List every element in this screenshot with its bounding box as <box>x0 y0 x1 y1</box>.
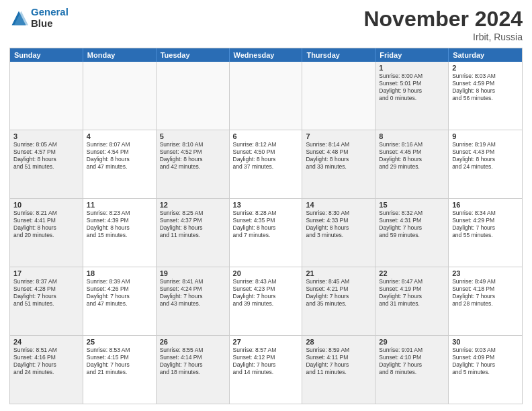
day-number: 30 <box>452 338 519 346</box>
week-row-2: 10Sunrise: 8:21 AM Sunset: 4:41 PM Dayli… <box>10 198 522 267</box>
logo-text-line1: General <box>31 7 69 18</box>
day-number: 14 <box>306 201 371 209</box>
cell-4-6: 30Sunrise: 9:03 AM Sunset: 4:09 PM Dayli… <box>449 336 522 404</box>
cell-info: Sunrise: 8:30 AM Sunset: 4:33 PM Dayligh… <box>306 210 371 239</box>
cell-info: Sunrise: 8:05 AM Sunset: 4:57 PM Dayligh… <box>13 141 79 171</box>
cell-2-4: 14Sunrise: 8:30 AM Sunset: 4:33 PM Dayli… <box>302 199 375 267</box>
cell-info: Sunrise: 8:16 AM Sunset: 4:45 PM Dayligh… <box>379 141 445 171</box>
day-number: 23 <box>452 269 519 277</box>
calendar-body: 1Sunrise: 8:00 AM Sunset: 5:01 PM Daylig… <box>10 62 522 404</box>
header-friday: Friday <box>375 48 449 62</box>
logo-text-line2: Blue <box>31 18 69 30</box>
cell-info: Sunrise: 8:00 AM Sunset: 5:01 PM Dayligh… <box>379 73 445 102</box>
cell-1-5: 8Sunrise: 8:16 AM Sunset: 4:45 PM Daylig… <box>375 130 449 198</box>
cell-info: Sunrise: 8:28 AM Sunset: 4:35 PM Dayligh… <box>233 210 299 239</box>
cell-4-5: 29Sunrise: 9:01 AM Sunset: 4:10 PM Dayli… <box>375 336 449 404</box>
location: Irbit, Russia <box>363 32 523 42</box>
cell-info: Sunrise: 8:43 AM Sunset: 4:23 PM Dayligh… <box>233 278 299 308</box>
day-number: 18 <box>87 269 152 277</box>
header-thursday: Thursday <box>302 48 375 62</box>
cell-info: Sunrise: 8:21 AM Sunset: 4:41 PM Dayligh… <box>13 210 79 239</box>
cell-info: Sunrise: 8:32 AM Sunset: 4:31 PM Dayligh… <box>379 210 445 239</box>
cell-3-6: 23Sunrise: 8:49 AM Sunset: 4:18 PM Dayli… <box>449 267 522 335</box>
cell-4-3: 27Sunrise: 8:57 AM Sunset: 4:12 PM Dayli… <box>230 336 303 404</box>
cell-info: Sunrise: 8:25 AM Sunset: 4:37 PM Dayligh… <box>160 210 226 239</box>
cell-1-6: 9Sunrise: 8:19 AM Sunset: 4:43 PM Daylig… <box>449 130 522 198</box>
cell-info: Sunrise: 8:39 AM Sunset: 4:26 PM Dayligh… <box>87 278 152 308</box>
day-number: 17 <box>13 269 79 277</box>
cell-info: Sunrise: 8:12 AM Sunset: 4:50 PM Dayligh… <box>233 141 299 171</box>
calendar: Sunday Monday Tuesday Wednesday Thursday… <box>9 48 523 404</box>
day-number: 22 <box>379 269 445 277</box>
cell-3-2: 19Sunrise: 8:41 AM Sunset: 4:24 PM Dayli… <box>157 267 230 335</box>
cell-1-2: 5Sunrise: 8:10 AM Sunset: 4:52 PM Daylig… <box>157 130 230 198</box>
cell-3-5: 22Sunrise: 8:47 AM Sunset: 4:19 PM Dayli… <box>375 267 449 335</box>
cell-1-4: 7Sunrise: 8:14 AM Sunset: 4:48 PM Daylig… <box>302 130 375 198</box>
day-number: 2 <box>452 64 519 72</box>
cell-info: Sunrise: 8:19 AM Sunset: 4:43 PM Dayligh… <box>452 141 519 171</box>
calendar-header: Sunday Monday Tuesday Wednesday Thursday… <box>10 48 522 62</box>
cell-2-5: 15Sunrise: 8:32 AM Sunset: 4:31 PM Dayli… <box>375 199 449 267</box>
day-number: 20 <box>233 269 299 277</box>
cell-0-3 <box>230 62 303 130</box>
cell-info: Sunrise: 8:07 AM Sunset: 4:54 PM Dayligh… <box>87 141 152 171</box>
cell-info: Sunrise: 8:34 AM Sunset: 4:29 PM Dayligh… <box>452 210 519 239</box>
day-number: 12 <box>160 201 226 209</box>
cell-info: Sunrise: 8:03 AM Sunset: 4:59 PM Dayligh… <box>452 73 519 102</box>
day-number: 3 <box>13 132 79 140</box>
page: General Blue November 2024 Irbit, Russia… <box>0 0 532 411</box>
cell-info: Sunrise: 8:47 AM Sunset: 4:19 PM Dayligh… <box>379 278 445 308</box>
day-number: 9 <box>452 132 519 140</box>
day-number: 21 <box>306 269 371 277</box>
header: General Blue November 2024 Irbit, Russia <box>9 7 523 42</box>
day-number: 5 <box>160 132 226 140</box>
week-row-3: 17Sunrise: 8:37 AM Sunset: 4:28 PM Dayli… <box>10 267 522 335</box>
cell-2-0: 10Sunrise: 8:21 AM Sunset: 4:41 PM Dayli… <box>10 199 83 267</box>
cell-info: Sunrise: 8:45 AM Sunset: 4:21 PM Dayligh… <box>306 278 371 308</box>
cell-0-2 <box>157 62 230 130</box>
cell-info: Sunrise: 8:51 AM Sunset: 4:16 PM Dayligh… <box>13 347 79 376</box>
cell-1-0: 3Sunrise: 8:05 AM Sunset: 4:57 PM Daylig… <box>10 130 83 198</box>
day-number: 4 <box>87 132 152 140</box>
cell-3-1: 18Sunrise: 8:39 AM Sunset: 4:26 PM Dayli… <box>83 267 157 335</box>
cell-4-2: 26Sunrise: 8:55 AM Sunset: 4:14 PM Dayli… <box>157 336 230 404</box>
day-number: 8 <box>379 132 445 140</box>
cell-info: Sunrise: 8:41 AM Sunset: 4:24 PM Dayligh… <box>160 278 226 308</box>
day-number: 24 <box>13 338 79 346</box>
month-title: November 2024 <box>363 7 523 32</box>
day-number: 19 <box>160 269 226 277</box>
header-tuesday: Tuesday <box>157 48 230 62</box>
day-number: 10 <box>13 201 79 209</box>
cell-2-1: 11Sunrise: 8:23 AM Sunset: 4:39 PM Dayli… <box>83 199 157 267</box>
cell-info: Sunrise: 8:49 AM Sunset: 4:18 PM Dayligh… <box>452 278 519 308</box>
day-number: 15 <box>379 201 445 209</box>
cell-info: Sunrise: 8:55 AM Sunset: 4:14 PM Dayligh… <box>160 347 226 376</box>
cell-0-0 <box>10 62 83 130</box>
cell-4-1: 25Sunrise: 8:53 AM Sunset: 4:15 PM Dayli… <box>83 336 157 404</box>
day-number: 27 <box>233 338 299 346</box>
day-number: 1 <box>379 64 445 72</box>
day-number: 26 <box>160 338 226 346</box>
logo-icon <box>9 9 28 28</box>
day-number: 7 <box>306 132 371 140</box>
cell-2-3: 13Sunrise: 8:28 AM Sunset: 4:35 PM Dayli… <box>230 199 303 267</box>
header-monday: Monday <box>83 48 157 62</box>
header-saturday: Saturday <box>449 48 522 62</box>
cell-info: Sunrise: 8:10 AM Sunset: 4:52 PM Dayligh… <box>160 141 226 171</box>
day-number: 29 <box>379 338 445 346</box>
cell-info: Sunrise: 8:57 AM Sunset: 4:12 PM Dayligh… <box>233 347 299 376</box>
cell-2-6: 16Sunrise: 8:34 AM Sunset: 4:29 PM Dayli… <box>449 199 522 267</box>
cell-3-3: 20Sunrise: 8:43 AM Sunset: 4:23 PM Dayli… <box>230 267 303 335</box>
cell-info: Sunrise: 8:14 AM Sunset: 4:48 PM Dayligh… <box>306 141 371 171</box>
week-row-0: 1Sunrise: 8:00 AM Sunset: 5:01 PM Daylig… <box>10 62 522 130</box>
header-sunday: Sunday <box>10 48 83 62</box>
cell-0-5: 1Sunrise: 8:00 AM Sunset: 5:01 PM Daylig… <box>375 62 449 130</box>
day-number: 28 <box>306 338 371 346</box>
cell-info: Sunrise: 8:53 AM Sunset: 4:15 PM Dayligh… <box>87 347 152 376</box>
cell-0-4 <box>302 62 375 130</box>
day-number: 13 <box>233 201 299 209</box>
cell-info: Sunrise: 8:23 AM Sunset: 4:39 PM Dayligh… <box>87 210 152 239</box>
cell-info: Sunrise: 9:03 AM Sunset: 4:09 PM Dayligh… <box>452 347 519 376</box>
cell-info: Sunrise: 8:59 AM Sunset: 4:11 PM Dayligh… <box>306 347 371 376</box>
day-number: 6 <box>233 132 299 140</box>
